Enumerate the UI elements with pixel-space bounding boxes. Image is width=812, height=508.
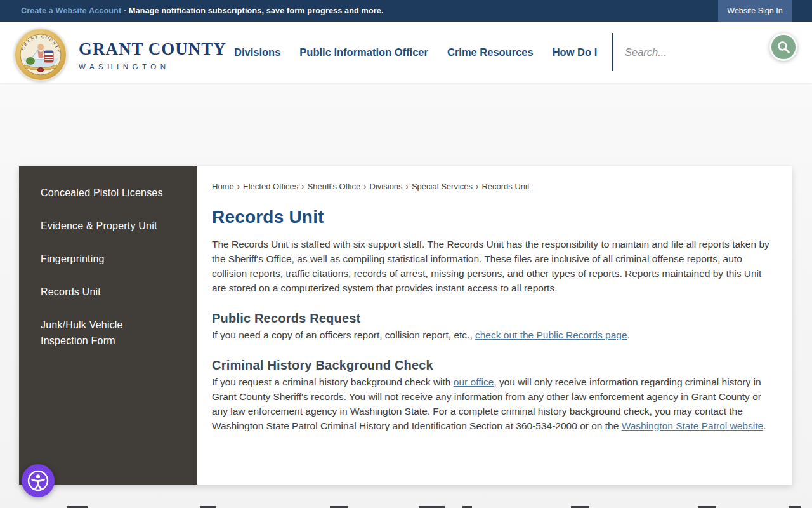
intro-paragraph: The Records Unit is staffed with six sup…	[212, 237, 777, 295]
paragraph-text: If you need a copy of an officers report…	[212, 330, 475, 340]
breadcrumb-separator: ›	[476, 182, 478, 191]
list-item: Fingerprinting	[41, 242, 176, 275]
sidebar-menu: Concealed Pistol Licenses Evidence & Pro…	[19, 166, 197, 366]
search-input[interactable]	[625, 39, 758, 65]
sidebar-item-evidence-property-unit[interactable]: Evidence & Property Unit	[41, 209, 171, 242]
main-nav: Divisions Public Information Officer Cri…	[225, 22, 606, 83]
nav-item-divisions[interactable]: Divisions	[225, 46, 290, 58]
topbar: Create a Website Account - Manage notifi…	[0, 0, 812, 22]
section-heading-public-records-request: Public Records Request	[212, 311, 777, 326]
washington-state-patrol-website-link[interactable]: Washington State Patrol website	[622, 420, 763, 431]
search-divider	[612, 33, 613, 71]
breadcrumb-sheriffs-office[interactable]: Sheriff's Office	[308, 182, 361, 191]
breadcrumb-separator: ›	[363, 182, 366, 191]
search-button[interactable]	[769, 33, 797, 61]
paragraph-text: .	[627, 330, 630, 340]
paragraph-text: If you request a criminal history backgr…	[212, 377, 454, 387]
section-heading-criminal-history-background-check: Criminal History Background Check	[212, 358, 777, 373]
page-title: Records Unit	[212, 207, 777, 227]
accessibility-icon	[25, 468, 51, 493]
sidebar-item-concealed-pistol-licenses[interactable]: Concealed Pistol Licenses	[41, 176, 171, 209]
breadcrumb-special-services[interactable]: Special Services	[412, 182, 473, 191]
sidebar: Concealed Pistol Licenses Evidence & Pro…	[19, 166, 197, 485]
list-item: Evidence & Property Unit	[41, 209, 176, 242]
county-seal-logo: GRANT COUNTY	[14, 28, 67, 81]
list-item: Junk/Hulk Vehicle Inspection Form	[41, 308, 176, 357]
nav-item-crime-resources[interactable]: Crime Resources	[438, 46, 543, 58]
criminal-history-paragraph: If you request a criminal history backgr…	[212, 375, 777, 433]
content-container: Concealed Pistol Licenses Evidence & Pro…	[19, 166, 792, 485]
nav-item-public-information-officer[interactable]: Public Information Officer	[290, 46, 438, 58]
breadcrumb-current: Records Unit	[481, 182, 529, 191]
breadcrumb-separator: ›	[237, 182, 240, 191]
breadcrumb-elected-offices[interactable]: Elected Offices	[243, 182, 298, 191]
our-office-link[interactable]: our office	[454, 377, 494, 387]
footer-cutoff-fragments	[0, 505, 812, 508]
search-icon	[776, 39, 791, 55]
nav-item-how-do-i[interactable]: How Do I	[543, 46, 607, 58]
breadcrumb-separator: ›	[406, 182, 409, 191]
brand-text: GRANT COUNTY WASHINGTON	[79, 39, 226, 70]
brand-subtitle: WASHINGTON	[79, 63, 226, 70]
paragraph-text: .	[763, 420, 766, 431]
list-item: Records Unit	[41, 275, 176, 308]
site-header: GRANT COUNTY GRANT COUNTY WASHINGTON Div…	[0, 22, 812, 83]
public-records-paragraph: If you need a copy of an officers report…	[212, 328, 777, 342]
public-records-page-link[interactable]: check out the Public Records page	[475, 330, 627, 340]
main-content: Home›Elected Offices›Sheriff's Office›Di…	[197, 166, 792, 485]
accessibility-button[interactable]	[22, 464, 55, 497]
breadcrumb: Home›Elected Offices›Sheriff's Office›Di…	[212, 182, 777, 191]
breadcrumb-home[interactable]: Home	[212, 182, 234, 191]
brand-home-link[interactable]: GRANT COUNTY GRANT COUNTY WASHINGTON	[14, 28, 226, 81]
sidebar-item-junk-hulk-vehicle-inspection-form[interactable]: Junk/Hulk Vehicle Inspection Form	[41, 308, 171, 357]
breadcrumb-separator: ›	[301, 182, 304, 191]
sidebar-item-records-unit[interactable]: Records Unit	[41, 275, 171, 308]
website-signin-button[interactable]: Website Sign In	[718, 0, 792, 22]
topbar-message: Create a Website Account - Manage notifi…	[0, 6, 384, 15]
create-account-link[interactable]: Create a Website Account	[21, 6, 121, 15]
topbar-tagline: - Manage notification subscriptions, sav…	[121, 6, 383, 15]
breadcrumb-divisions[interactable]: Divisions	[370, 182, 403, 191]
brand-title: GRANT COUNTY	[79, 39, 226, 59]
list-item: Concealed Pistol Licenses	[41, 176, 176, 209]
sidebar-item-fingerprinting[interactable]: Fingerprinting	[41, 242, 171, 275]
